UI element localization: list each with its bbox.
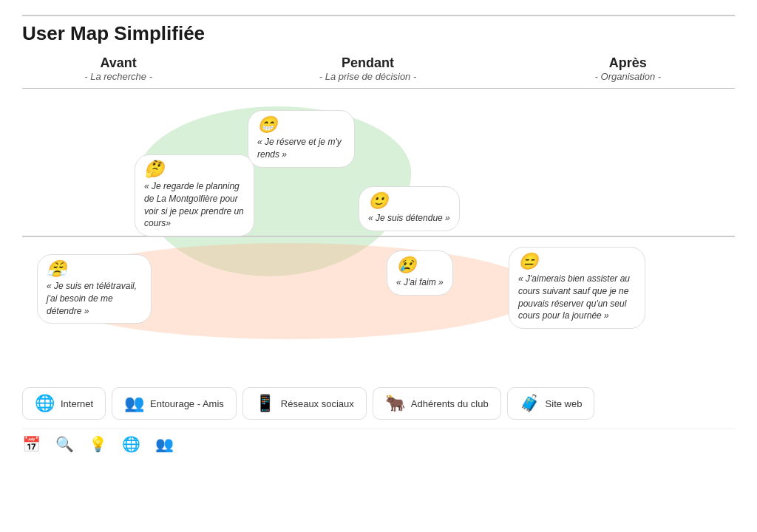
bubble-teletravaill: 😤 « Je suis en télétravail, j'ai besoin … xyxy=(37,254,152,324)
internet-icon: 🌐 xyxy=(35,394,55,413)
bubble-cours-suivant: 😑 « J'aimerais bien assister au cours su… xyxy=(509,247,645,329)
bubble-teletravaill-text: « Je suis en télétravail, j'ai besoin de… xyxy=(47,280,142,317)
icon-card-reseaux[interactable]: 📱 Réseaux sociaux xyxy=(242,387,367,420)
col-pendant-sub: - La prise de décision - xyxy=(214,71,521,82)
emoji-crying: 😢 xyxy=(396,257,416,273)
col-avant: Avant - La recherche - xyxy=(22,55,214,82)
bubble-faim: 😢 « J'ai faim » xyxy=(387,250,453,296)
page-title: User Map Simplifiée xyxy=(22,22,735,45)
col-apres-name: Après xyxy=(521,55,735,71)
entourage-icon: 👥 xyxy=(124,394,144,413)
toolbar-people-icon[interactable]: 👥 xyxy=(155,435,174,453)
toolbar-idea-icon[interactable]: 💡 xyxy=(89,435,107,453)
emoji-smile: 🙂 xyxy=(368,193,388,209)
col-pendant-name: Pendant xyxy=(214,55,521,71)
emoji-grin: 😁 xyxy=(257,117,277,133)
diagram-area: 😤 « Je suis en télétravail, j'ai besoin … xyxy=(22,92,735,380)
emoji-frustrated: 😤 xyxy=(47,261,67,277)
col-apres-sub: - Organisation - xyxy=(521,71,735,82)
emoji-neutral: 😑 xyxy=(518,253,538,270)
emotion-divider-line xyxy=(22,236,735,237)
bubble-reserve: 😁 « Je réserve et je m'y rends » xyxy=(248,110,355,168)
title-area: User Map Simplifiée xyxy=(22,15,735,45)
icon-card-entourage-label: Entourage - Amis xyxy=(150,398,224,409)
bubble-detendue: 🙂 « Je suis détendue » xyxy=(359,186,460,231)
bubble-detendue-text: « Je suis détendue » xyxy=(368,212,450,225)
toolbar-globe-icon[interactable]: 🌐 xyxy=(122,435,140,453)
icon-card-reseaux-label: Réseaux sociaux xyxy=(281,398,354,409)
icon-card-adherents-label: Adhérents du club xyxy=(411,398,489,409)
icon-card-entourage[interactable]: 👥 Entourage - Amis xyxy=(112,387,237,420)
col-avant-name: Avant xyxy=(22,55,214,71)
icon-cards-row: 🌐 Internet 👥 Entourage - Amis 📱 Réseaux … xyxy=(22,387,735,420)
emoji-thinking: 🤔 xyxy=(144,161,164,177)
icon-card-internet[interactable]: 🌐 Internet xyxy=(22,387,106,420)
bubble-planning: 🤔 « Je regarde le planning de La Montgol… xyxy=(135,154,254,236)
siteweb-icon: 🧳 xyxy=(520,394,540,413)
col-avant-sub: - La recherche - xyxy=(22,71,214,82)
toolbar-calendar-icon[interactable]: 📅 xyxy=(22,435,41,453)
icon-card-adherents[interactable]: 🐂 Adhérents du club xyxy=(373,387,501,420)
bubble-faim-text: « J'ai faim » xyxy=(396,276,444,289)
col-apres: Après - Organisation - xyxy=(521,55,735,82)
columns-header: Avant - La recherche - Pendant - La pris… xyxy=(22,55,735,89)
icon-card-siteweb-label: Site web xyxy=(546,398,583,409)
toolbar-search-icon[interactable]: 🔍 xyxy=(55,435,74,453)
icon-card-siteweb[interactable]: 🧳 Site web xyxy=(507,387,595,420)
bubble-cours-suivant-text: « J'aimerais bien assister au cours suiv… xyxy=(518,273,636,322)
reseaux-icon: 📱 xyxy=(255,394,275,413)
icon-card-internet-label: Internet xyxy=(61,398,93,409)
toolbar: 📅 🔍 💡 🌐 👥 xyxy=(22,429,735,453)
col-pendant: Pendant - La prise de décision - xyxy=(214,55,521,82)
bubble-planning-text: « Je regarde le planning de La Montgolfi… xyxy=(144,180,245,230)
bubble-reserve-text: « Je réserve et je m'y rends » xyxy=(257,136,345,161)
adherents-icon: 🐂 xyxy=(385,394,405,413)
page: User Map Simplifiée Avant - La recherche… xyxy=(0,0,757,532)
